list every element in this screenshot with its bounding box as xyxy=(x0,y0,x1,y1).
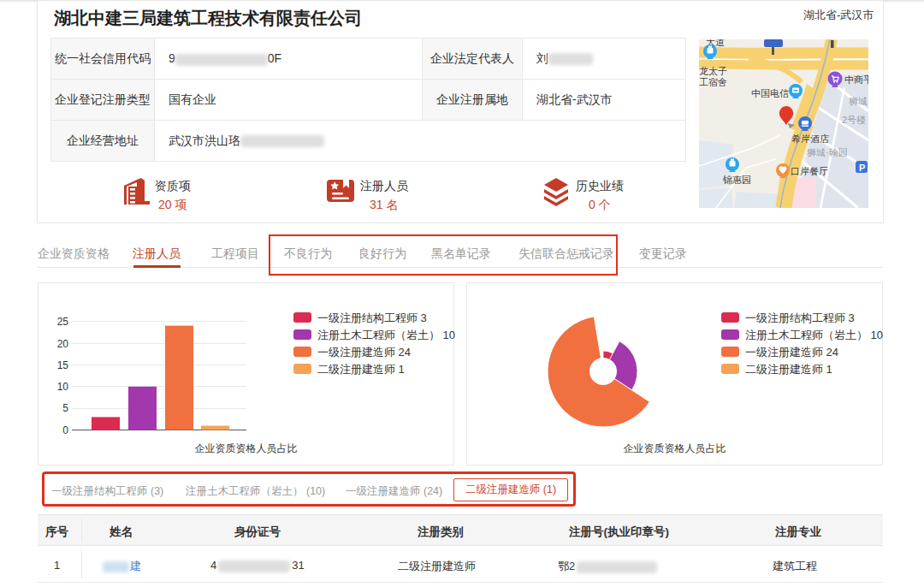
svg-text:20: 20 xyxy=(57,338,69,350)
svg-text:0: 0 xyxy=(62,424,68,436)
svg-text:龙太子: 龙太子 xyxy=(699,66,727,76)
svg-text:P: P xyxy=(859,163,865,173)
svg-text:10: 10 xyxy=(57,381,69,393)
svg-text:狮城·翰园: 狮城·翰园 xyxy=(807,147,848,157)
svg-text:25: 25 xyxy=(57,316,69,328)
svg-text:2号楼: 2号楼 xyxy=(842,115,866,125)
svg-text:希岸酒店: 希岸酒店 xyxy=(791,133,829,144)
svg-text:15: 15 xyxy=(57,359,69,371)
svg-text:口岸餐厅: 口岸餐厅 xyxy=(791,166,828,176)
svg-text:中商平: 中商平 xyxy=(844,74,868,85)
svg-text:中国电信: 中国电信 xyxy=(751,88,789,98)
svg-text:狮城: 狮城 xyxy=(849,96,868,106)
svg-text:工宿舍: 工宿舍 xyxy=(699,77,727,87)
svg-text:5: 5 xyxy=(62,402,68,414)
svg-text:锦惠园: 锦惠园 xyxy=(722,175,751,185)
